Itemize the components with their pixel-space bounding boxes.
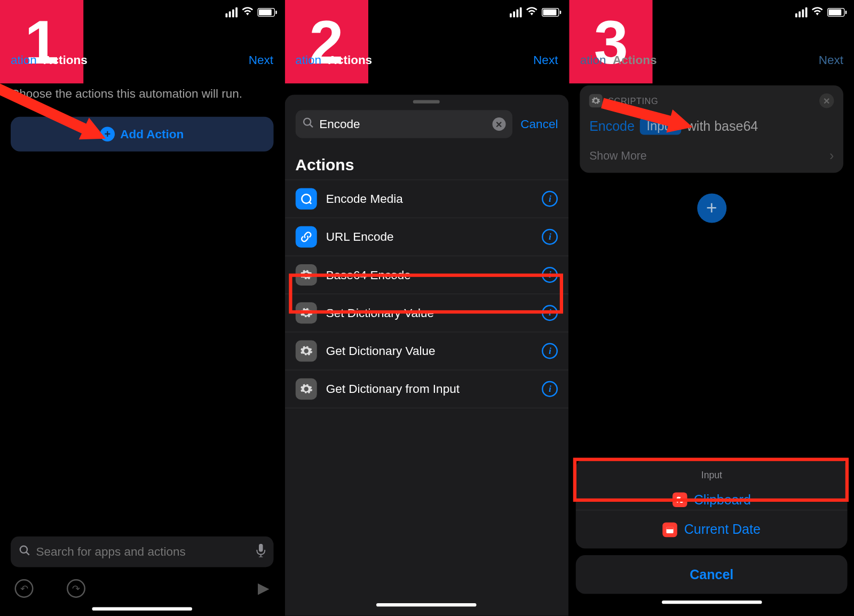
nav-title: Actions: [328, 53, 373, 67]
gear-icon: [589, 94, 603, 107]
nav-bar: ation Actions Next: [0, 42, 284, 79]
next-button[interactable]: Next: [819, 53, 843, 67]
add-action-fab[interactable]: +: [697, 194, 726, 223]
quicktime-icon: [295, 188, 317, 210]
back-button[interactable]: ation: [295, 53, 321, 67]
search-input[interactable]: [319, 117, 487, 131]
home-indicator: [377, 603, 477, 606]
gear-icon: [295, 378, 317, 400]
panel-2: 2 ation Actions Next ✕ Cancel Actions: [284, 0, 569, 616]
clear-button[interactable]: ✕: [493, 117, 506, 131]
row-label: Get Dictionary Value: [326, 344, 533, 358]
dictation-icon[interactable]: [256, 543, 266, 560]
info-icon[interactable]: i: [542, 191, 558, 207]
svg-rect-3: [259, 543, 263, 551]
cancel-label: Cancel: [690, 567, 733, 582]
svg-line-2: [26, 551, 29, 555]
nav-title: Actions: [43, 53, 88, 67]
panel-3: 3 ation Actions Next SCRIPTING ✕ Encode …: [570, 0, 854, 616]
battery-icon: [257, 8, 275, 17]
wifi-icon: [526, 7, 538, 18]
wifi-icon: [241, 7, 254, 18]
svg-line-5: [310, 124, 313, 128]
back-button[interactable]: ation: [580, 53, 606, 67]
current-date-label: Current Date: [684, 522, 761, 538]
actions-list: Encode Media i URL Encode i Base64 Encod…: [284, 179, 568, 408]
action-row-encode-media[interactable]: Encode Media i: [284, 180, 568, 218]
picker-title: Input: [701, 465, 722, 486]
info-icon[interactable]: i: [542, 305, 558, 321]
status-bar: [510, 7, 559, 18]
gear-icon: [295, 302, 317, 323]
svg-point-4: [304, 119, 311, 125]
cellular-icon: [795, 7, 808, 18]
info-icon[interactable]: i: [542, 229, 558, 245]
row-label: Encode Media: [326, 192, 533, 206]
add-action-label: Add Action: [120, 127, 184, 141]
home-indicator: [662, 601, 762, 604]
next-button[interactable]: Next: [533, 53, 558, 67]
battery-icon: [542, 8, 559, 17]
picker-option-clipboard[interactable]: Clipboard: [673, 492, 751, 508]
chevron-right-icon: ›: [829, 148, 834, 164]
cancel-button[interactable]: Cancel: [520, 117, 558, 131]
search-icon: [19, 544, 31, 559]
action-row-get-dict[interactable]: Get Dictionary Value i: [284, 333, 568, 370]
row-label: Base64 Encode: [326, 268, 533, 282]
show-more-label: Show More: [589, 149, 646, 162]
action-row-base64-encode[interactable]: Base64 Encode i: [284, 256, 568, 294]
svg-rect-11: [667, 527, 674, 529]
play-button[interactable]: ▶: [258, 580, 269, 597]
svg-point-1: [20, 546, 27, 552]
info-icon[interactable]: i: [542, 343, 558, 359]
show-more-row[interactable]: Show More ›: [589, 148, 834, 169]
info-icon[interactable]: i: [542, 267, 558, 283]
row-label: Set Dictionary Value: [326, 306, 533, 320]
search-icon: [302, 117, 314, 132]
search-field[interactable]: [11, 536, 273, 567]
gear-icon: [295, 341, 317, 362]
search-input[interactable]: [36, 545, 251, 559]
cellular-icon: [225, 7, 238, 18]
search-field[interactable]: ✕: [295, 110, 512, 138]
status-bar: [795, 7, 845, 18]
clipboard-label: Clipboard: [694, 492, 751, 508]
action-row-url-encode[interactable]: URL Encode i: [284, 218, 568, 256]
status-bar: [225, 7, 275, 18]
wifi-icon: [811, 7, 824, 18]
nav-bar: ation Actions Next: [284, 42, 568, 79]
picker-option-current-date[interactable]: Current Date: [576, 510, 847, 549]
panel-1: 1 ation Actions Next Choose the actions …: [0, 0, 284, 616]
battery-icon: [827, 8, 845, 17]
search-sheet: ✕ Cancel Actions Encode Media i URL: [284, 95, 568, 616]
with-base64-text: with base64: [687, 119, 758, 134]
input-picker: Input Clipboard Current Date Ca: [570, 459, 854, 616]
gear-icon: [295, 264, 317, 286]
clipboard-icon: [673, 493, 687, 508]
next-button[interactable]: Next: [249, 53, 273, 67]
bottom-toolbar: ↶ ↷ ▶: [11, 575, 273, 607]
link-icon: [295, 226, 317, 248]
picker-cancel-button[interactable]: Cancel: [576, 555, 847, 594]
redo-button[interactable]: ↷: [67, 579, 85, 598]
svg-point-9: [680, 500, 683, 503]
home-indicator: [92, 607, 192, 611]
info-icon[interactable]: i: [542, 381, 558, 397]
row-label: Get Dictionary from Input: [326, 382, 533, 396]
calendar-icon: [663, 522, 678, 537]
action-row-get-dict-input[interactable]: Get Dictionary from Input i: [284, 370, 568, 408]
sheet-grabber[interactable]: [413, 100, 440, 104]
action-row-set-dict[interactable]: Set Dictionary Value i: [284, 294, 568, 332]
section-title: Actions: [284, 145, 568, 179]
nav-bar: ation Actions Next: [570, 42, 854, 79]
close-icon[interactable]: ✕: [819, 93, 834, 108]
undo-button[interactable]: ↶: [15, 579, 34, 598]
nav-title: Actions: [613, 53, 657, 67]
cellular-icon: [510, 7, 522, 18]
row-label: URL Encode: [326, 230, 533, 244]
